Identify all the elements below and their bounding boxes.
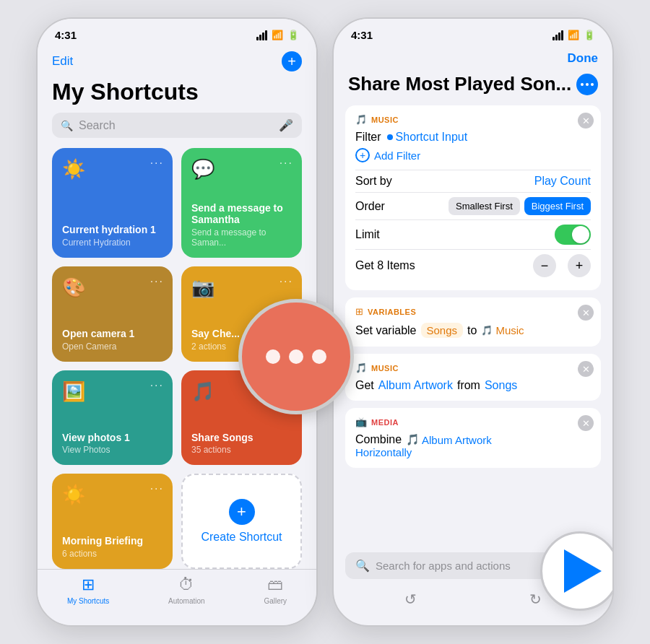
card-dots-cheese[interactable]: ··· [280,275,293,288]
add-filter-row[interactable]: + Add Filter [355,148,591,162]
create-plus-icon[interactable]: + [229,499,255,525]
action-cards-list: 🎵 MUSIC ✕ Filter Shortcut Input + Add Fi… [334,105,612,547]
card-current-hydration[interactable]: ··· ☀️ Current hydration 1 Current Hydra… [52,148,173,258]
close-button-media[interactable]: ✕ [578,415,594,431]
card-dots-photos[interactable]: ··· [150,379,164,392]
card-morning-briefing[interactable]: ··· ☀️ Morning Briefing 6 actions [52,474,173,569]
limit-label: Limit [355,228,380,241]
horizontally-link[interactable]: Horizontally [355,446,412,458]
items-plus-button[interactable]: + [568,254,591,277]
music-note-icon: 🎵 [355,114,367,125]
close-button-variables[interactable]: ✕ [578,305,594,321]
card-open-camera[interactable]: ··· 🎨 Open camera 1 Open Camera [52,266,173,362]
artwork-card-header: 🎵 MUSIC [355,362,591,373]
nav-automation[interactable]: ⏱ Automation [168,575,205,605]
toggle-thumb [572,226,589,243]
var-chip-songs[interactable]: Songs [421,323,464,338]
music-tag-label: MUSIC [371,116,399,124]
nav-icon-gallery: 🗃 [267,575,283,594]
card-subtitle-hydration: Current Hydration [62,238,162,248]
music-chip-label: Music [495,324,524,336]
card-subtitle-camera: Open Camera [62,341,162,352]
right-page-title: Share Most Played Son... [348,73,576,95]
signal-icon-right [552,30,563,40]
redo-button[interactable]: ↻ [529,591,542,608]
nav-gallery[interactable]: 🗃 Gallery [264,575,287,605]
music-chip[interactable]: 🎵 Music [481,324,524,336]
action-card-music-artwork[interactable]: 🎵 MUSIC ✕ Get Album Artwork from Songs [345,354,601,401]
play-button-overlay[interactable] [540,531,614,611]
card-icon-camera: 🎨 [62,277,162,299]
title-more-button[interactable] [576,74,598,95]
set-variable-label: Set variable [355,324,417,337]
status-bar-left: 4:31 📶 🔋 [38,19,316,45]
card-create-shortcut[interactable]: + Create Shortcut [181,474,302,569]
filter-value[interactable]: Shortcut Input [387,131,468,144]
done-button[interactable]: Done [568,51,599,66]
card-view-photos[interactable]: ··· 🖼️ View photos 1 View Photos [52,370,173,466]
card-subtitle-songs: 35 actions [191,445,292,455]
smallest-first-btn[interactable]: Smallest First [448,197,520,215]
card-title-photos: View photos 1 [62,432,162,444]
search-icon: 🔍 [61,120,73,131]
variables-card-header: ⊞ VARIABLES [355,306,591,317]
add-shortcut-button[interactable]: + [282,51,302,71]
card-dots-hydration[interactable]: ··· [150,157,164,170]
nav-my-shortcuts[interactable]: ⊞ My Shortcuts [67,575,109,605]
card-icon-photos: 🖼️ [62,380,162,403]
album-icon: 🎵 [406,433,420,446]
add-filter-text: Add Filter [374,149,420,162]
get-row: Get Album Artwork from Songs [355,379,591,392]
items-label: Get 8 Items [355,259,415,272]
album-artwork-link[interactable]: 🎵 Album Artwork [406,433,492,446]
limit-row: Limit [355,219,591,249]
album-label: Album Artwork [422,434,492,446]
close-button-music[interactable]: ✕ [578,113,594,129]
action-card-music-filter[interactable]: 🎵 MUSIC ✕ Filter Shortcut Input + Add Fi… [345,105,601,290]
music-chip-icon: 🎵 [481,325,493,336]
battery-icon-right: 🔋 [584,30,595,40]
filter-label: Filter [355,131,381,144]
title-dot-1 [581,83,584,86]
biggest-first-btn[interactable]: Biggest First [524,197,591,215]
card-send-message[interactable]: ··· 💬 Send a message to Samantha Send a … [181,148,302,258]
card-dots-briefing[interactable]: ··· [150,482,164,495]
items-row: Get 8 Items − + [355,249,591,282]
card-title-camera: Open camera 1 [62,328,162,340]
wifi-icon-right: 📶 [568,30,579,40]
sort-value[interactable]: Play Count [534,175,591,188]
variables-tag-label: VARIABLES [368,308,416,316]
search-input[interactable]: Search [79,119,273,132]
card-dots-camera[interactable]: ··· [150,275,164,288]
card-icon-message: 💬 [191,158,292,180]
close-button-artwork[interactable]: ✕ [578,361,594,377]
items-minus-button[interactable]: − [533,254,556,277]
undo-button[interactable]: ↺ [404,591,417,608]
card-dots-message[interactable]: ··· [280,157,293,170]
overlay-dot-3 [312,349,326,364]
bottom-nav: ⊞ My Shortcuts ⏱ Automation 🗃 Gallery [38,569,316,625]
from-label: from [457,379,480,392]
mic-icon[interactable]: 🎤 [279,118,293,132]
artwork-link[interactable]: Album Artwork [378,379,453,392]
variables-icon: ⊞ [355,306,363,317]
big-dots-overlay[interactable] [238,299,354,414]
status-time-right: 4:31 [351,29,373,41]
order-buttons: Smallest First Biggest First [448,197,591,215]
songs-link[interactable]: Songs [485,379,517,392]
action-card-variables[interactable]: ⊞ VARIABLES ✕ Set variable Songs to 🎵 Mu… [345,297,601,347]
action-card-media-combine[interactable]: 📺 MEDIA ✕ Combine 🎵 Album Artwork Horizo… [345,408,601,468]
bottom-search-icon: 🔍 [355,559,370,573]
status-icons-right: 📶 🔋 [552,30,595,40]
media-tag-label: MEDIA [371,418,399,427]
search-bar[interactable]: 🔍 Search 🎤 [52,113,302,138]
bottom-search-input[interactable]: Search for apps and actions [376,560,511,572]
filter-value-text: Shortcut Input [396,131,468,144]
artwork-tag-label: MUSIC [371,364,399,373]
limit-toggle[interactable] [555,225,591,245]
overlay-dot-1 [266,349,280,364]
card-title-message: Send a message to Samantha [191,202,292,227]
card-icon-hydration: ☀️ [62,158,162,180]
edit-button[interactable]: Edit [52,54,73,69]
card-title-songs: Share Songs [191,432,292,444]
